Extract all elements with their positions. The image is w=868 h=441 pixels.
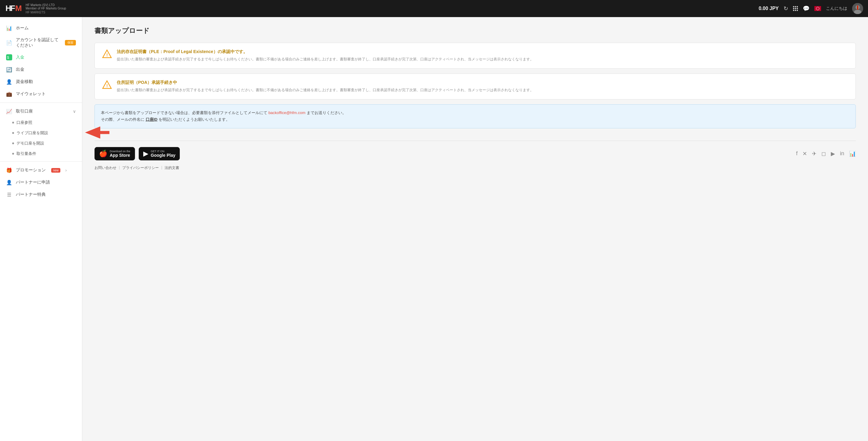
twitter-x-icon[interactable]: ✕ bbox=[803, 150, 807, 157]
sidebar-sub-conditions[interactable]: 取引量条件 bbox=[0, 149, 82, 159]
chart-icon[interactable]: 📊 bbox=[849, 150, 856, 157]
sidebar-item-promotions[interactable]: 🎁 プロモーション new › bbox=[0, 164, 82, 176]
ple-warning-icon: ! bbox=[102, 49, 112, 59]
sidebar-item-withdraw-label: 出金 bbox=[16, 67, 24, 72]
privacy-link[interactable]: プライバシーポリシー bbox=[122, 165, 159, 171]
sidebar-item-trading-label: 取引口座 bbox=[16, 109, 33, 114]
deposit-icon: $ bbox=[6, 54, 12, 60]
verify-icon: 📄 bbox=[6, 40, 12, 46]
sidebar-item-trading[interactable]: 📈 取引口座 ∨ bbox=[0, 105, 82, 117]
main-content: 書類アップロード ! 法的存在証明書（PLE：Proof of Legal Ex… bbox=[82, 17, 868, 441]
company-sub: Member of HF Markets Group bbox=[26, 7, 66, 10]
language-flag[interactable] bbox=[814, 6, 821, 11]
logo: H F M HF Markets (SV) LTD Member of HF M… bbox=[5, 2, 66, 14]
sidebar-item-home-label: ホーム bbox=[16, 25, 29, 31]
sidebar-item-withdraw[interactable]: 🔄 出金 bbox=[0, 63, 82, 76]
balance-display: 0.00 JPY bbox=[758, 6, 779, 11]
poa-card: ! 住所証明（POA）承認手続き中 提出頂いた書類の審査および承認手続きが完了す… bbox=[94, 74, 856, 99]
info-box: 本ページから書類をアップロードできない場合は、必要書類を添付ファイルとしてメール… bbox=[94, 104, 856, 128]
promotions-icon: 🎁 bbox=[6, 167, 12, 173]
sub-dot-icon-2 bbox=[12, 132, 14, 134]
email-link[interactable]: backoffice@hfm.com bbox=[269, 110, 305, 115]
social-icons: f ✕ ✈ ◻ ▶ in 📊 bbox=[796, 150, 856, 157]
refresh-icon[interactable]: ↻ bbox=[783, 5, 788, 12]
google-play-big: Google Play bbox=[151, 153, 176, 158]
telegram-icon[interactable]: ✈ bbox=[812, 150, 816, 157]
sidebar-sub-open-demo[interactable]: デモ口座を開設 bbox=[0, 138, 82, 149]
svg-rect-10 bbox=[857, 5, 858, 10]
sidebar-item-transfer-label: 資金移動 bbox=[16, 79, 33, 85]
sidebar-item-partner[interactable]: 👤 パートナーに申請 bbox=[0, 176, 82, 188]
sub-dot-icon-4 bbox=[12, 153, 14, 155]
layout: 📊 ホーム 📄 アカウントを認証してください 保留 $ 入金 🔄 出金 👤 資金… bbox=[0, 17, 868, 441]
partner-icon: 👤 bbox=[6, 179, 12, 185]
youtube-icon[interactable]: ▶ bbox=[831, 150, 835, 157]
facebook-icon[interactable]: f bbox=[796, 150, 798, 157]
sidebar-item-home[interactable]: 📊 ホーム bbox=[0, 22, 82, 34]
poa-card-text: 提出頂いた書類の審査および承認手続きが完了するまで今しばらくお待ちください。書類… bbox=[117, 87, 534, 93]
sub-dot-icon-3 bbox=[12, 142, 14, 144]
svg-text:$: $ bbox=[7, 56, 9, 60]
legal-link[interactable]: 法的文書 bbox=[164, 165, 179, 171]
poa-warning-icon: ! bbox=[102, 80, 112, 90]
poa-card-title: 住所証明（POA）承認手続き中 bbox=[117, 80, 534, 85]
info-text-1: 本ページから書類をアップロードできない場合は、必要書類を添付ファイルとしてメール… bbox=[101, 110, 267, 115]
sidebar-item-wallet[interactable]: 💼 マイウォレット bbox=[0, 88, 82, 100]
sidebar-item-partner-benefits[interactable]: ☰ パートナー特典 bbox=[0, 188, 82, 201]
svg-point-6 bbox=[817, 8, 819, 10]
page-title: 書類アップロード bbox=[94, 26, 856, 35]
avatar[interactable] bbox=[852, 3, 863, 14]
verify-badge: 保留 bbox=[65, 40, 76, 46]
ple-card-text: 提出頂いた書類の審査および承認手続きが完了するまで今しばらくお待ちください。書類… bbox=[117, 56, 534, 62]
sidebar-sub-open-live[interactable]: ライブ口座を開設 bbox=[0, 128, 82, 138]
linkedin-icon[interactable]: in bbox=[840, 150, 844, 157]
header-right: 0.00 JPY ↻ 💬 こんにちは bbox=[758, 3, 863, 14]
company-info: HF Markets (SV) LTD Member of HF Markets… bbox=[26, 3, 66, 14]
sidebar-divider-1 bbox=[0, 102, 82, 103]
transfer-icon: 👤 bbox=[6, 79, 12, 85]
app-store-big: App Store bbox=[110, 153, 130, 158]
sidebar-sub-account-view[interactable]: 口座参照 bbox=[0, 117, 82, 128]
sidebar-item-verify[interactable]: 📄 アカウントを認証してください 保留 bbox=[0, 34, 82, 51]
app-buttons: 🍎 Download on the App Store ▶ GET IT ON … bbox=[94, 147, 180, 160]
greeting-text: こんにちは bbox=[826, 6, 847, 11]
footer-sep-2: | bbox=[161, 165, 162, 171]
app-store-button[interactable]: 🍎 Download on the App Store bbox=[94, 147, 135, 160]
header: H F M HF Markets (SV) LTD Member of HF M… bbox=[0, 0, 868, 17]
footer-top: 🍎 Download on the App Store ▶ GET IT ON … bbox=[94, 147, 856, 160]
svg-text:F: F bbox=[10, 4, 15, 13]
footer: 🍎 Download on the App Store ▶ GET IT ON … bbox=[94, 141, 856, 171]
red-arrow-indicator bbox=[85, 126, 110, 140]
sidebar-item-deposit[interactable]: $ 入金 bbox=[0, 51, 82, 63]
app-store-small: Download on the bbox=[110, 150, 130, 153]
sidebar: 📊 ホーム 📄 アカウントを認証してください 保留 $ 入金 🔄 出金 👤 資金… bbox=[0, 17, 82, 441]
sidebar-item-deposit-label: 入金 bbox=[16, 55, 24, 60]
home-icon: 📊 bbox=[6, 25, 12, 31]
header-left: H F M HF Markets (SV) LTD Member of HF M… bbox=[5, 2, 66, 14]
info-text-4: を明記いただくようお願いいたします。 bbox=[158, 117, 230, 122]
logo-svg: H F M bbox=[5, 2, 23, 14]
contact-link[interactable]: お問い合わせ bbox=[94, 165, 117, 171]
ple-card-content: 法的存在証明書（PLE：Proof of Legal Existence）の承認… bbox=[117, 49, 534, 62]
sidebar-item-transfer[interactable]: 👤 資金移動 bbox=[0, 76, 82, 88]
instagram-icon[interactable]: ◻ bbox=[822, 150, 826, 157]
poa-card-content: 住所証明（POA）承認手続き中 提出頂いた書類の審査および承認手続きが完了するま… bbox=[117, 80, 534, 93]
apps-icon[interactable] bbox=[793, 6, 798, 11]
company-name: HF Markets (SV) LTD bbox=[26, 3, 66, 7]
sidebar-item-partner-label: パートナーに申請 bbox=[16, 180, 50, 185]
chevron-down-icon: ∨ bbox=[73, 109, 76, 114]
sidebar-item-wallet-label: マイウォレット bbox=[16, 91, 46, 97]
google-play-button[interactable]: ▶ GET IT ON Google Play bbox=[139, 147, 180, 160]
apple-icon: 🍎 bbox=[99, 150, 107, 158]
brand: HF MARKETS bbox=[26, 11, 66, 14]
ple-card-title: 法的存在証明書（PLE：Proof of Legal Existence）の承認… bbox=[117, 49, 534, 55]
sidebar-sub-open-demo-label: デモ口座を開設 bbox=[17, 141, 44, 146]
footer-sep-1: | bbox=[119, 165, 120, 171]
sidebar-sub-conditions-label: 取引量条件 bbox=[17, 151, 36, 156]
sidebar-sub-open-live-label: ライブ口座を開設 bbox=[17, 130, 48, 136]
ple-card: ! 法的存在証明書（PLE：Proof of Legal Existence）の… bbox=[94, 43, 856, 69]
sidebar-item-partner-benefits-label: パートナー特典 bbox=[16, 192, 46, 197]
chat-icon[interactable]: 💬 bbox=[803, 5, 809, 12]
info-text-3: その際、メールの件名に bbox=[101, 117, 145, 122]
partner-benefits-icon: ☰ bbox=[6, 192, 12, 198]
